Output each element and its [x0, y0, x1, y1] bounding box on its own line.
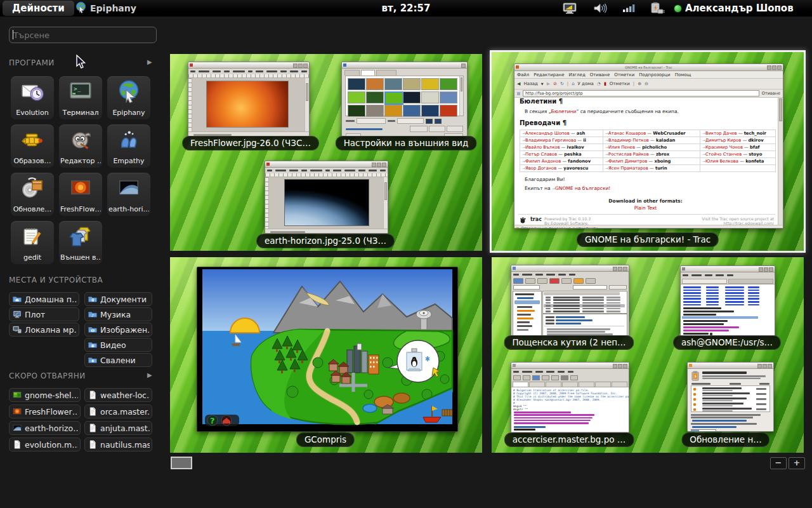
- recent-item-doc[interactable]: anjuta.mast…: [84, 421, 152, 435]
- volume-icon[interactable]: [593, 2, 608, 15]
- app-tile-terminal[interactable]: >_Терминал: [59, 76, 102, 119]
- wallpaper-thumbnail[interactable]: [403, 91, 421, 104]
- plain-text-link[interactable]: Plain Text: [514, 205, 776, 211]
- wallpaper-thumbnail[interactable]: [366, 78, 384, 90]
- app-tile-gimp[interactable]: Редактор …: [59, 124, 102, 168]
- wallpaper-thumbnail[interactable]: [348, 78, 365, 90]
- place-item-folder-video[interactable]: Видео: [84, 338, 152, 352]
- window-update-manager[interactable]: [687, 362, 774, 432]
- wallpaper-thumbnail[interactable]: [384, 91, 403, 105]
- network-icon[interactable]: [622, 2, 637, 15]
- place-item-folder-home[interactable]: Домашна п…: [9, 292, 79, 306]
- wallpaper-thumbnail[interactable]: [421, 105, 439, 117]
- window-terminal[interactable]: [680, 265, 775, 337]
- wallpaper-thumbnail[interactable]: [421, 78, 439, 90]
- translator-link[interactable]: Стойчо Станчев: [705, 152, 742, 157]
- translator-link[interactable]: Явор Доганов: [525, 166, 556, 171]
- wallpaper-thumbnail[interactable]: [366, 91, 384, 104]
- wallpaper-thumbnail[interactable]: [384, 78, 402, 90]
- browser-menubar[interactable]: ФайлРедактиранеИзгледОтиванеОтметкиПодпр…: [514, 71, 783, 79]
- place-item-network-pc[interactable]: Локална мр…: [9, 323, 79, 337]
- app-tile-gedit[interactable]: gedit: [11, 221, 54, 264]
- window-gedit[interactable]: # Bulgarian translation of accerciser po…: [511, 362, 629, 433]
- translator-link[interactable]: Владимир Петков: [608, 138, 649, 143]
- app-tile-globe[interactable]: Epiphany: [107, 76, 150, 119]
- recent-item-thumb-earth[interactable]: earth-horizo…: [9, 421, 81, 435]
- recent-item-thumb-green[interactable]: gnome-shel…: [9, 388, 81, 402]
- wallpaper-thumbnail[interactable]: [440, 105, 457, 117]
- browser-toolbar[interactable]: ◀Назад▼ ▶ ⊘ ↻ | ⌂У дома ◔ ▮Отметки | ⊕⊖: [514, 79, 783, 90]
- translator-link[interactable]: Атанас Кошаров: [608, 131, 646, 136]
- wallpaper-thumbnail[interactable]: [384, 105, 402, 117]
- workspace-4[interactable]: Пощенска кутия (2 неп… ash@GNOME:/usr/s……: [492, 257, 804, 453]
- window-appearance[interactable]: [341, 62, 468, 137]
- app-tile-plane[interactable]: Образов…: [11, 124, 54, 168]
- window-gimp-freshflower[interactable]: [188, 62, 310, 137]
- wallpaper-thumbnail[interactable]: [403, 105, 421, 117]
- window-epiphany-trac[interactable]: GNOME на български! - Trac ФайлРедактира…: [514, 64, 783, 229]
- recent-item-thumb-orange[interactable]: FreshFlower…: [9, 404, 81, 418]
- translator-link[interactable]: Владимира Гиргинова: [525, 138, 576, 143]
- menu-item[interactable]: Отиване: [590, 72, 610, 77]
- menu-item[interactable]: Отметки: [614, 72, 634, 77]
- translator-link[interactable]: Виктор Дачев: [705, 131, 737, 136]
- programs-expander-icon[interactable]: ▶: [147, 58, 152, 65]
- recent-item-doc[interactable]: nautilus.mas…: [84, 438, 152, 451]
- workspace-2-active[interactable]: GNOME на български! - Trac ФайлРедактира…: [490, 50, 806, 253]
- window-gcompris[interactable]: ?: [197, 267, 458, 432]
- workspace-1[interactable]: FreshFlower.jpg-26.0 (ЧЗС…: [170, 54, 482, 251]
- wallpaper-thumbnail[interactable]: [440, 78, 457, 90]
- menu-item[interactable]: Файл: [517, 72, 529, 77]
- translator-link[interactable]: Филип Димитров: [608, 159, 647, 164]
- wallpaper-thumbnail[interactable]: [403, 78, 421, 90]
- translator-link[interactable]: Петър Славов: [525, 152, 557, 157]
- workspace-indicator[interactable]: [171, 457, 192, 469]
- url-field[interactable]: http://fsa-bg.org/project/gtp: [523, 90, 759, 97]
- clock[interactable]: вт, 22:57: [382, 0, 431, 17]
- recent-item-doc[interactable]: weather-loc…: [84, 388, 152, 402]
- window-gimp-earth[interactable]: [265, 161, 388, 234]
- translator-link[interactable]: Ростислав Райков: [608, 152, 649, 157]
- browser-addressbar[interactable]: http://fsa-bg.org/project/gtp Отиване: [514, 90, 783, 98]
- app-tile-evolution[interactable]: Evolution: [11, 76, 54, 119]
- wallpaper-thumbnail[interactable]: [440, 91, 457, 104]
- place-item-folder-doc[interactable]: Документи: [84, 292, 152, 306]
- translator-link[interactable]: Юлия Велкова: [705, 159, 738, 164]
- translator-link[interactable]: Ясен Праматаров: [608, 166, 648, 171]
- place-item-folder-down[interactable]: Свалени: [84, 353, 152, 367]
- workspace-3[interactable]: ? GCompris: [170, 257, 482, 453]
- translator-link[interactable]: Ивайло Вълков: [525, 145, 560, 150]
- place-item-folder-music[interactable]: ♪Музика: [84, 307, 152, 321]
- battery-icon[interactable]: [649, 2, 664, 15]
- window-evolution-mail[interactable]: [511, 265, 629, 336]
- app-tile-updates[interactable]: Обновле…: [11, 173, 54, 216]
- go-button[interactable]: Отиване: [762, 91, 780, 96]
- menu-item[interactable]: Подпрозорци: [639, 72, 670, 77]
- wallpaper-thumbnail[interactable]: [366, 105, 384, 117]
- app-tile-shirts[interactable]: Външен в…: [59, 221, 102, 264]
- activities-button[interactable]: Дейности: [3, 1, 74, 16]
- app-tile-thumb-earth[interactable]: earth-hori…: [107, 173, 150, 216]
- wallpaper-thumbnail[interactable]: [421, 91, 439, 104]
- recent-expander-icon[interactable]: ▶: [147, 371, 152, 378]
- recent-item-doc[interactable]: orca.master.…: [84, 404, 152, 418]
- translator-link[interactable]: Димитър Киров: [705, 138, 741, 143]
- wallpaper-thumbnail[interactable]: [348, 91, 365, 104]
- translator-link[interactable]: Александър Шопов: [525, 131, 570, 136]
- menu-item[interactable]: Помощ: [675, 72, 691, 77]
- search-input[interactable]: [9, 27, 157, 43]
- translator-link[interactable]: Красимир Чонов: [705, 145, 743, 150]
- display-icon[interactable]: [562, 2, 577, 15]
- menu-item[interactable]: Редактиране: [534, 72, 564, 77]
- translator-link[interactable]: Илия Пенев: [608, 145, 635, 150]
- remove-workspace-button[interactable]: −: [770, 457, 787, 469]
- add-workspace-button[interactable]: +: [789, 457, 805, 469]
- menu-item[interactable]: Изглед: [568, 72, 585, 77]
- place-item-desktop[interactable]: Плот: [9, 307, 79, 321]
- place-item-folder-image[interactable]: Изображен…: [84, 323, 152, 337]
- recent-item-doc[interactable]: evolution.m…: [9, 438, 81, 451]
- app-tile-thumb-orange[interactable]: FreshFlow…: [59, 173, 102, 216]
- wallpaper-thumbnail[interactable]: [348, 105, 365, 117]
- app-menu[interactable]: Epiphany: [75, 0, 136, 17]
- translator-link[interactable]: Филип Андонов: [525, 159, 561, 164]
